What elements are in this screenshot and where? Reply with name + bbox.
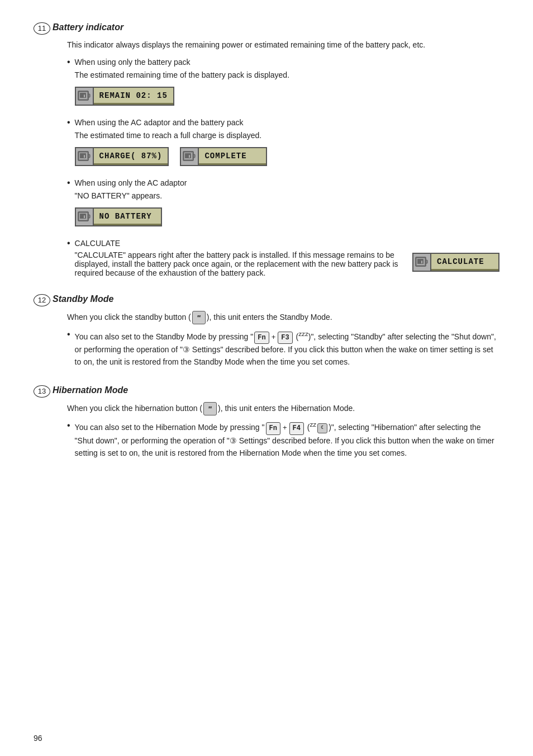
lcd-text-complete: COMPLETE [199, 148, 266, 165]
lcd-text-nobattery: NO BATTERY [94, 209, 161, 225]
svg-rect-14 [193, 154, 195, 158]
section-battery-indicator: 11 Battery indicator This indicator alwa… [34, 22, 499, 277]
lcd-remain: i REMAIN 02: 15 [75, 87, 174, 106]
svg-rect-4 [88, 94, 90, 97]
page: 11 Battery indicator This indicator alwa… [0, 0, 533, 756]
bullet-line-3b: "NO BATTERY" appears. [75, 190, 499, 202]
svg-rect-12 [185, 153, 191, 158]
calculate-row: "CALCULATE" appears right after the batt… [75, 251, 499, 277]
section-11-intro: This indicator always displays the remai… [67, 39, 499, 51]
svg-rect-24 [426, 260, 427, 263]
bullet-ac-battery: • When using the AC adaptor and the batt… [67, 117, 499, 174]
bullet-line-1a: When using only the battery pack [75, 56, 499, 68]
section-13-body: When you click the hibernation button (ᶻ… [67, 402, 499, 460]
f4-key[interactable]: F4 [289, 422, 304, 435]
calculate-description: "CALCULATE" appears right after the batt… [75, 251, 398, 277]
bullet-content-2: When using the AC adaptor and the batter… [75, 117, 499, 174]
battery-icon-charge: i [77, 149, 92, 164]
bullet-dot-4: • [67, 239, 70, 248]
fn-key[interactable]: Fn [254, 332, 269, 344]
lcd-complete: i COMPLETE [180, 147, 267, 166]
bullet-dot-1: • [67, 58, 70, 67]
calculate-text-block: "CALCULATE" appears right after the batt… [75, 251, 401, 277]
hibernation-icon-2: ☾ [317, 423, 327, 433]
svg-text:i: i [421, 260, 422, 264]
lcd-remain-text: REMAIN 02: 15 [99, 91, 168, 100]
section-13-num: 13 [34, 385, 50, 398]
lcd-icon-calculate: i [413, 254, 431, 271]
lcd-row-nobattery: i NO BATTERY [75, 207, 499, 226]
f3-key[interactable]: F3 [278, 332, 292, 344]
section-11-body: This indicator always displays the remai… [67, 39, 499, 277]
bullet-content-4: CALCULATE "CALCULATE" appears right afte… [75, 238, 499, 277]
lcd-row-remain: i REMAIN 02: 15 [75, 87, 499, 106]
bullet-dot-3: • [67, 178, 70, 187]
lcd-calculate: i CALCULATE [412, 253, 499, 272]
lcd-calculate-text: CALCULATE [437, 257, 484, 266]
battery-icon-remain: i [77, 89, 92, 103]
standby-icon: ᶻᶻ [192, 311, 206, 324]
bullet-line-1b: The estimated remaining time of the batt… [75, 69, 499, 81]
page-number: 96 [34, 734, 42, 743]
hibernation-icon: ᶻᶻ [203, 402, 217, 415]
svg-text:i: i [84, 94, 85, 98]
battery-icon-calculate: i [415, 255, 429, 270]
section-11-num: 11 [34, 22, 50, 35]
section-12-header: 12 Standby Mode [34, 294, 499, 306]
lcd-icon-complete: i [181, 148, 199, 165]
section-hibernation-mode: 13 Hibernation Mode When you click the h… [34, 385, 499, 460]
section-11-title: Battery indicator [53, 22, 123, 32]
bullet-content-1: When using only the battery pack The est… [75, 56, 499, 114]
lcd-nobattery-text: NO BATTERY [99, 212, 152, 221]
battery-icon-complete: i [182, 149, 197, 164]
battery-icon-nobattery: i [77, 210, 92, 224]
lcd-charge-text: CHARGE( 87%) [99, 152, 163, 160]
lcd-icon-nobattery: i [76, 209, 94, 225]
lcd-nobattery: i NO BATTERY [75, 207, 162, 226]
svg-rect-2 [80, 93, 86, 98]
bullet-content-3: When using only the AC adaptor "NO BATTE… [75, 177, 499, 234]
svg-text:i: i [84, 154, 85, 158]
standby-also-text: You can also set to the Standby Mode by … [75, 332, 496, 366]
lcd-row-charge: i CHARGE( 87%) [75, 147, 499, 166]
section-11-header: 11 Battery indicator [34, 22, 499, 35]
bullet-calculate: • CALCULATE "CALCULATE" appears right af… [67, 238, 499, 277]
svg-rect-9 [88, 154, 90, 158]
calculate-display-wrapper: i CALCULATE [412, 253, 499, 272]
lcd-text-charge: CHARGE( 87%) [94, 148, 168, 165]
lcd-charge: i CHARGE( 87%) [75, 147, 169, 166]
bullet-line-2b: The estimated time to reach a full charg… [75, 130, 499, 141]
plus-sign-1: + [272, 333, 276, 341]
bullet-hibernation-also: • You can also set to the Hibernation Mo… [67, 420, 499, 460]
section-12-title: Standby Mode [53, 294, 113, 304]
svg-text:i: i [189, 154, 190, 158]
lcd-icon-remain: i [76, 88, 94, 105]
bullet-only-battery: • When using only the battery pack The e… [67, 56, 499, 114]
section-13-header: 13 Hibernation Mode [34, 385, 499, 398]
section-12-intro: When you click the standby button (ᶻᶻ), … [67, 311, 499, 324]
lcd-complete-text: COMPLETE [204, 152, 246, 160]
svg-rect-7 [80, 153, 86, 158]
section-12-body: When you click the standby button (ᶻᶻ), … [67, 311, 499, 368]
section-13-intro: When you click the hibernation button (ᶻ… [67, 402, 499, 415]
section-12-num: 12 [34, 294, 50, 306]
svg-rect-17 [80, 214, 86, 219]
section-13-title: Hibernation Mode [53, 385, 128, 395]
bullet-standby-also: • You can also set to the Standby Mode b… [67, 329, 499, 368]
section-standby-mode: 12 Standby Mode When you click the stand… [34, 294, 499, 368]
bullet-dot-standby: • [67, 330, 70, 339]
svg-rect-19 [88, 215, 90, 218]
hibernation-also-text: You can also set to the Hibernation Mode… [75, 423, 494, 457]
bullet-dot-2: • [67, 118, 70, 127]
bullet-standby-content: You can also set to the Standby Mode by … [75, 329, 499, 368]
lcd-text-calculate: CALCULATE [431, 254, 498, 271]
bullet-line-4a: CALCULATE [75, 238, 499, 249]
lcd-icon-charge: i [76, 148, 94, 165]
fn-key-2[interactable]: Fn [266, 422, 280, 435]
bullet-hibernation-content: You can also set to the Hibernation Mode… [75, 420, 499, 460]
svg-text:i: i [84, 215, 85, 219]
bullet-line-2a: When using the AC adaptor and the batter… [75, 117, 499, 129]
lcd-text-remain: REMAIN 02: 15 [94, 88, 173, 105]
bullet-ac-only: • When using only the AC adaptor "NO BAT… [67, 177, 499, 234]
bullet-dot-hibernation: • [67, 421, 70, 430]
